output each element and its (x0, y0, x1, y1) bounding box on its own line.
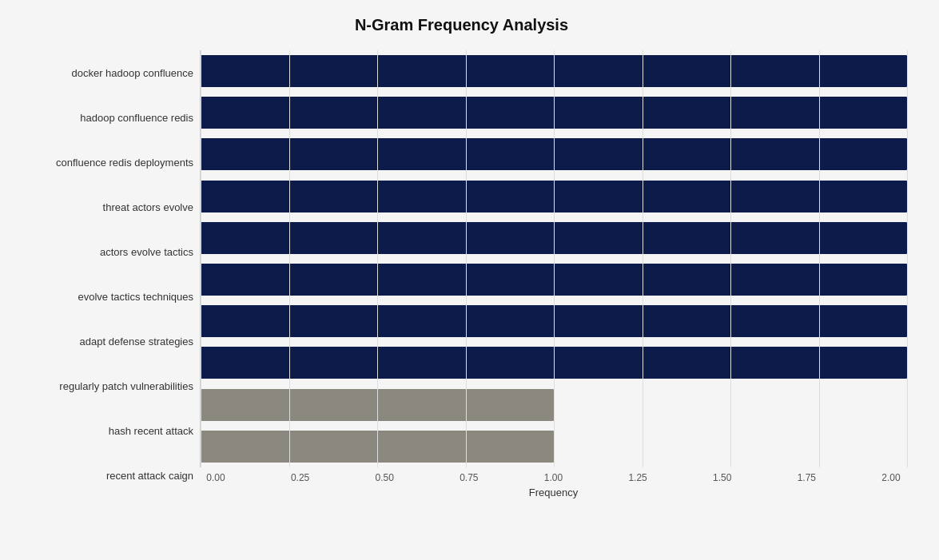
bar-row-2 (201, 135, 907, 173)
x-tick-5: 1.25 (622, 472, 654, 483)
chart-area: docker hadoop confluencehadoop confluenc… (16, 50, 907, 498)
x-tick-8: 2.00 (875, 472, 907, 483)
bar-row-1 (201, 93, 907, 132)
bar-9 (201, 431, 554, 463)
bar-4 (201, 222, 907, 254)
x-axis: 0.000.250.500.751.001.251.501.752.00 Fre… (200, 467, 907, 498)
y-label-2: confluence redis deployments (16, 140, 193, 185)
bar-8 (201, 389, 554, 421)
bar-7 (201, 347, 907, 379)
plot-area: 0.000.250.500.751.001.251.501.752.00 Fre… (200, 50, 907, 498)
y-label-0: docker hadoop confluence (16, 50, 193, 95)
y-label-5: evolve tactics techniques (16, 274, 193, 319)
y-label-1: hadoop confluence redis (16, 95, 193, 140)
bar-row-5 (201, 260, 907, 299)
x-tick-3: 0.75 (453, 472, 485, 483)
chart-container: N-Gram Frequency Analysis docker hadoop … (0, 0, 939, 560)
chart-title: N-Gram Frequency Analysis (16, 16, 907, 34)
bar-3 (201, 181, 907, 212)
x-tick-1: 0.25 (284, 472, 316, 483)
bar-row-0 (201, 52, 907, 90)
bar-1 (201, 97, 907, 129)
y-axis: docker hadoop confluencehadoop confluenc… (16, 50, 200, 498)
bar-row-7 (201, 344, 907, 382)
bar-row-8 (201, 386, 907, 424)
x-tick-4: 1.00 (538, 472, 570, 483)
bar-2 (201, 138, 907, 170)
bar-row-3 (201, 177, 907, 216)
y-label-9: recent attack caign (16, 454, 193, 498)
x-tick-6: 1.50 (706, 472, 738, 483)
bar-6 (201, 305, 907, 337)
x-tick-2: 0.50 (368, 472, 400, 483)
bar-5 (201, 264, 907, 296)
y-label-6: adapt defense strategies (16, 320, 193, 364)
y-label-3: threat actors evolve (16, 185, 193, 229)
bars-wrapper (200, 50, 907, 467)
bar-row-9 (201, 427, 907, 466)
x-tick-0: 0.00 (200, 472, 232, 483)
x-tick-7: 1.75 (790, 472, 822, 483)
bar-0 (201, 55, 907, 87)
y-label-4: actors evolve tactics (16, 229, 193, 274)
y-label-7: regularly patch vulnerabilities (16, 364, 193, 409)
bar-row-4 (201, 219, 907, 257)
grid-line-8 (907, 50, 908, 467)
y-label-8: hash recent attack (16, 409, 193, 454)
bar-row-6 (201, 302, 907, 340)
x-axis-label: Frequency (200, 487, 907, 498)
